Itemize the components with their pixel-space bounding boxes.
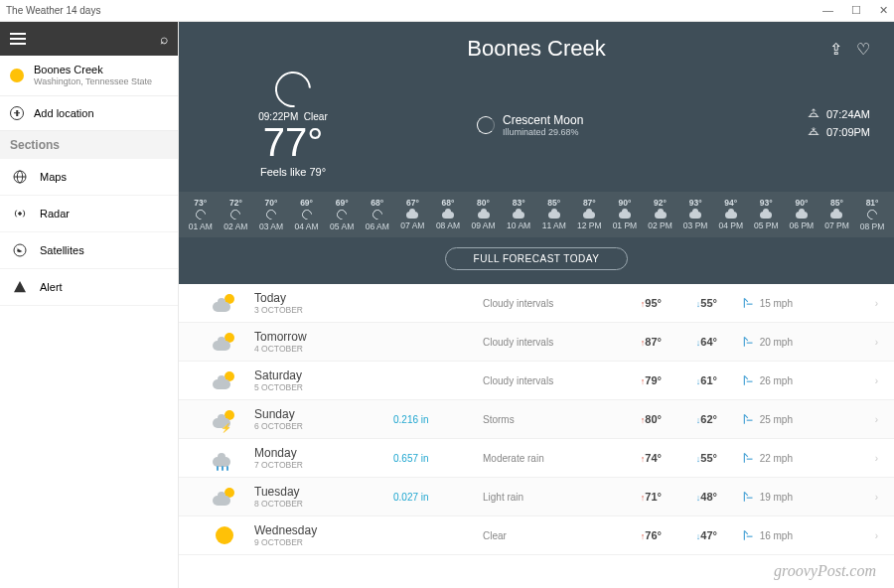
forecast-wind: 15 mph (717, 296, 793, 310)
hourly-cell[interactable]: 85°11 AM (536, 198, 572, 231)
sidebar: ⌕ Boones Creek Washington, Tennessee Sta… (0, 22, 179, 588)
wind-icon (742, 412, 756, 426)
sunset-icon (807, 125, 820, 139)
minimize-button[interactable]: — (822, 4, 833, 17)
forecast-low: ↓61° (662, 374, 717, 386)
forecast-desc: Cloudy intervals (483, 298, 612, 309)
moon-icon (865, 208, 879, 221)
hourly-cell[interactable]: 72°02 AM (219, 198, 254, 231)
sidebar-item-maps[interactable]: Maps (0, 159, 178, 196)
forecast-row[interactable]: Saturday5 OCTOBERCloudy intervals↑79°↓61… (179, 362, 894, 400)
cloud-icon (548, 212, 560, 219)
close-button[interactable]: ✕ (879, 4, 888, 17)
favorite-icon[interactable]: ♡ (856, 40, 870, 59)
rain-icon (213, 449, 236, 467)
forecast-day: Tomorrow (254, 330, 393, 344)
forecast-wind: 16 mph (717, 528, 793, 542)
forecast-desc: Clear (483, 530, 612, 541)
forecast-desc: Cloudy intervals (483, 337, 612, 348)
hourly-cell[interactable]: 92°02 PM (643, 198, 678, 231)
hourly-cell[interactable]: 81°08 PM (854, 198, 890, 231)
hourly-cell[interactable]: 94°04 PM (713, 198, 749, 231)
hourly-time: 02 AM (219, 221, 254, 231)
forecast-row[interactable]: Today3 OCTOBERCloudy intervals↑95°↓55°15… (179, 284, 894, 323)
search-icon[interactable]: ⌕ (160, 31, 168, 47)
sidebar-top-bar: ⌕ (0, 22, 178, 56)
moon-illumination: Illuminated 29.68% (503, 127, 583, 137)
hourly-cell[interactable]: 68°06 AM (360, 198, 395, 231)
moon-icon (228, 208, 242, 221)
forecast-day: Today (254, 291, 393, 305)
window-title: The Weather 14 days (6, 5, 100, 16)
moon-icon (264, 208, 278, 221)
chevron-right-icon: › (875, 375, 878, 386)
cloud-icon (478, 212, 490, 219)
moon-phase-icon (477, 116, 495, 134)
hourly-cell[interactable]: 69°04 AM (289, 198, 325, 231)
wind-icon (742, 373, 756, 387)
forecast-date: 8 OCTOBER (254, 499, 393, 509)
hourly-cell[interactable]: 90°06 PM (784, 198, 820, 231)
sunset-time: 07:09PM (826, 126, 870, 138)
hourly-cell[interactable]: 80°09 AM (466, 198, 502, 231)
forecast-day: Tuesday (254, 485, 393, 499)
hourly-temp: 93° (749, 198, 785, 208)
hourly-temp: 80° (466, 198, 502, 208)
sunrise-icon (807, 107, 820, 121)
sidebar-location[interactable]: Boones Creek Washington, Tennessee State (0, 56, 178, 96)
hourly-cell[interactable]: 85°07 PM (820, 198, 855, 231)
hourly-cell[interactable]: 90°01 PM (607, 198, 643, 231)
hourly-time: 03 AM (253, 221, 289, 231)
hourly-cell[interactable]: 68°08 AM (430, 198, 466, 231)
hourly-time: 06 PM (784, 220, 820, 230)
hourly-cell[interactable]: 93°03 PM (677, 198, 713, 231)
add-location-label: Add location (34, 107, 94, 119)
share-icon[interactable]: ⇪ (829, 40, 842, 59)
menu-icon[interactable] (10, 33, 26, 45)
sidebar-item-label: Alert (40, 281, 63, 293)
wind-icon (742, 528, 756, 542)
hourly-cell[interactable]: 87°12 PM (572, 198, 608, 231)
chevron-right-icon: › (875, 492, 878, 503)
forecast-high: ↑76° (612, 529, 662, 541)
forecast-wind: 22 mph (717, 451, 793, 465)
cloud-icon (619, 212, 631, 219)
hourly-cell[interactable]: 73°01 AM (183, 198, 219, 231)
hourly-temp: 93° (677, 198, 713, 208)
add-location-button[interactable]: Add location (0, 96, 178, 131)
svg-point-3 (19, 213, 22, 216)
hourly-strip[interactable]: 73°01 AM72°02 AM70°03 AM69°04 AM69°05 AM… (179, 192, 894, 237)
forecast-row[interactable]: Tomorrow4 OCTOBERCloudy intervals↑87°↓64… (179, 323, 894, 362)
hourly-temp: 81° (854, 198, 890, 208)
forecast-row[interactable]: Monday7 OCTOBER0.657 inModerate rain↑74°… (179, 439, 894, 478)
hourly-cell[interactable]: 70°03 AM (253, 198, 289, 231)
main-panel: Boones Creek ⇪ ♡ 09:22PM Clear 77° Feels… (179, 22, 894, 588)
forecast-high: ↑71° (612, 491, 662, 503)
sidebar-item-alert[interactable]: Alert (0, 269, 178, 306)
forecast-row[interactable]: ⚡Sunday6 OCTOBER0.216 inStorms↑80°↓62°25… (179, 400, 894, 439)
hourly-cell[interactable]: 69°05 AM (324, 198, 360, 231)
hourly-cell[interactable]: 67°07 AM (395, 198, 431, 231)
hourly-cell[interactable]: 93°05 PM (749, 198, 785, 231)
sun-cloud-icon (213, 488, 236, 506)
hourly-temp: 68° (430, 198, 466, 208)
moon-icon (335, 208, 349, 221)
forecast-low: ↓48° (662, 491, 717, 503)
forecast-row[interactable]: Tuesday8 OCTOBER0.027 inLight rain↑71°↓4… (179, 478, 894, 516)
full-forecast-button[interactable]: FULL FORECAST TODAY (445, 247, 629, 270)
hourly-time: 05 AM (324, 221, 360, 231)
hourly-temp: 73° (183, 198, 219, 208)
forecast-date: 7 OCTOBER (254, 460, 393, 470)
forecast-wind: 26 mph (717, 373, 793, 387)
forecast-precip: 0.657 in (393, 453, 483, 464)
forecast-low: ↓62° (662, 413, 717, 425)
hourly-cell[interactable]: 83°10 AM (501, 198, 536, 231)
sidebar-item-satellites[interactable]: Satellites (0, 232, 178, 269)
forecast-high: ↑80° (612, 413, 662, 425)
cloud-icon (406, 212, 418, 219)
cloud-icon (513, 212, 524, 219)
sidebar-item-radar[interactable]: Radar (0, 196, 178, 232)
forecast-row[interactable]: Wednesday9 OCTOBERClear↑76°↓47°16 mph› (179, 516, 894, 555)
chevron-right-icon: › (875, 530, 878, 541)
maximize-button[interactable]: ☐ (851, 4, 861, 17)
